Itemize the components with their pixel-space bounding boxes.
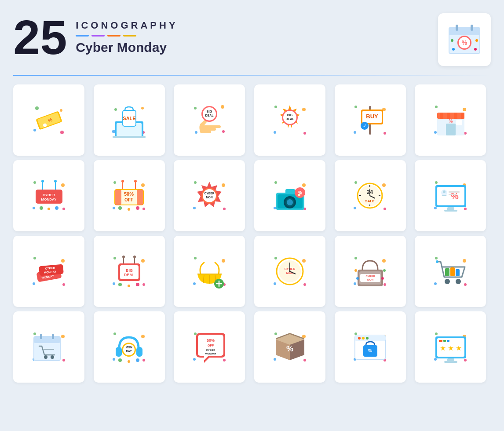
svg-point-159 — [113, 282, 115, 285]
camera-discount-icon: % — [271, 177, 309, 215]
svg-rect-61 — [440, 113, 443, 119]
svg-point-55 — [435, 106, 438, 108]
svg-point-30 — [195, 131, 197, 134]
svg-point-174 — [193, 282, 196, 285]
camera-discount-icon-box: % — [254, 160, 325, 231]
svg-point-100 — [193, 207, 196, 209]
svg-point-95 — [118, 206, 122, 210]
color-bar-orange — [107, 35, 121, 37]
headphones-monday-icon: MON DAY — [110, 329, 148, 366]
svg-point-196 — [383, 283, 386, 286]
color-bar-yellow — [123, 35, 136, 37]
svg-point-11 — [35, 106, 39, 110]
50-off-sign-icon: 50% OFF — [110, 177, 148, 215]
svg-point-185 — [303, 283, 306, 286]
svg-point-251 — [303, 359, 306, 362]
cyber-mon-basket-icon-box: CYBER MON — [335, 236, 406, 307]
calendar-cart-icon-box — [13, 311, 84, 383]
svg-point-96 — [128, 208, 130, 211]
svg-point-122 — [354, 207, 356, 209]
svg-point-99 — [222, 183, 225, 187]
svg-point-147 — [33, 257, 36, 259]
sale-bag-icon-box: SALE — [94, 84, 165, 156]
svg-point-149 — [33, 282, 35, 285]
svg-point-230 — [142, 359, 145, 362]
cyber-monday-title: Cyber Monday — [76, 40, 178, 55]
svg-point-248 — [274, 332, 277, 335]
svg-point-240 — [194, 332, 197, 335]
svg-text:🛍: 🛍 — [368, 348, 373, 353]
svg-point-88 — [121, 180, 124, 183]
header-left: 25 ICONOGRAPHY Cyber Monday — [13, 13, 178, 62]
svg-point-80 — [47, 208, 50, 210]
svg-point-250 — [274, 358, 276, 361]
svg-point-194 — [382, 259, 386, 263]
cyber-mon-clock-icon: CYBER MON — [271, 253, 309, 290]
cyber-mon-basket-icon: CYBER MON — [351, 253, 389, 290]
store-discount-icon: % — [432, 102, 469, 139]
svg-point-108 — [302, 183, 306, 187]
calendar-sale-icon: % — [447, 22, 482, 57]
svg-text:%: % — [462, 39, 467, 46]
cyber-mon-badge-icon: CYBER MON — [191, 177, 228, 215]
svg-point-264 — [362, 337, 365, 340]
svg-text:DAY: DAY — [126, 350, 132, 353]
svg-point-192 — [289, 270, 291, 272]
svg-point-20 — [141, 107, 144, 110]
svg-point-208 — [434, 282, 437, 285]
svg-point-68 — [33, 181, 36, 184]
cyber-monday-sign-icon-box: CYBER MONDAY — [13, 160, 84, 231]
color-bar-purple — [91, 35, 105, 37]
svg-point-69 — [61, 183, 65, 187]
svg-point-13 — [33, 129, 36, 131]
header-text: ICONOGRAPHY Cyber Monday — [76, 13, 178, 55]
svg-point-89 — [134, 180, 137, 183]
svg-point-81 — [55, 206, 58, 210]
svg-point-210 — [445, 279, 450, 284]
svg-rect-280 — [443, 340, 446, 342]
svg-rect-25 — [113, 136, 146, 138]
svg-point-209 — [464, 283, 467, 286]
svg-rect-3 — [471, 25, 473, 31]
svg-text:BIG: BIG — [287, 113, 292, 117]
svg-point-85 — [142, 208, 145, 210]
svg-rect-231 — [116, 347, 122, 357]
monitor-discount-icon-box: % — [415, 160, 486, 231]
svg-point-48 — [383, 132, 386, 135]
svg-rect-222 — [40, 334, 42, 339]
svg-point-71 — [62, 208, 65, 210]
svg-point-74 — [41, 180, 44, 183]
cyber-mon-clock-icon-box: CYBER MON — [254, 236, 325, 307]
svg-point-121 — [382, 183, 386, 187]
svg-text:DEAL: DEAL — [205, 114, 214, 117]
svg-point-211 — [456, 279, 461, 284]
svg-rect-91 — [115, 190, 121, 205]
svg-point-183 — [302, 259, 306, 263]
svg-rect-223 — [52, 334, 54, 339]
svg-text:%: % — [286, 344, 293, 353]
svg-rect-212 — [445, 268, 449, 276]
svg-point-158 — [141, 259, 145, 263]
svg-text:50%: 50% — [207, 338, 215, 343]
svg-point-219 — [62, 359, 65, 362]
svg-point-28 — [194, 107, 197, 110]
svg-point-37 — [302, 108, 306, 111]
cyber-monday-sign-icon: CYBER MONDAY — [30, 177, 68, 215]
svg-point-195 — [354, 282, 356, 285]
svg-text:MONDAY: MONDAY — [41, 197, 56, 201]
svg-text:CYBER: CYBER — [366, 275, 376, 278]
svg-text:CYBER: CYBER — [42, 193, 55, 197]
svg-point-228 — [141, 335, 145, 338]
svg-point-134 — [435, 181, 438, 184]
svg-point-202 — [354, 269, 357, 272]
svg-rect-141 — [444, 210, 457, 212]
svg-point-38 — [274, 131, 276, 134]
big-deal-hand-icon-box: BIG DEAL — [174, 84, 245, 156]
browser-bag-icon: 🛍 — [351, 329, 389, 366]
svg-point-14 — [60, 131, 64, 134]
svg-point-268 — [435, 332, 438, 335]
svg-rect-281 — [447, 340, 449, 342]
svg-text:BIG: BIG — [207, 110, 212, 113]
svg-point-123 — [383, 208, 386, 210]
svg-text:DEAL: DEAL — [124, 273, 135, 277]
